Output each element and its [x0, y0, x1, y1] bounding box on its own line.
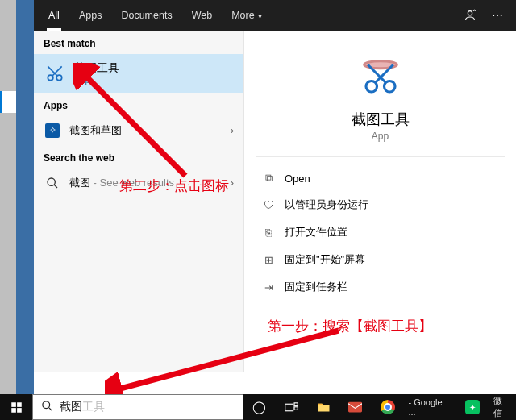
open-icon: ⧉ — [262, 172, 275, 185]
svg-rect-11 — [11, 408, 16, 413]
result-app-title: 截图和草图 — [69, 124, 223, 137]
mail-icon[interactable] — [339, 401, 372, 413]
result-app-snip-sketch[interactable]: ✧ 截图和草图 › — [34, 116, 243, 145]
svg-point-0 — [468, 11, 472, 15]
section-search-web: Search the web — [34, 145, 243, 168]
svg-rect-9 — [11, 402, 16, 407]
tab-apps[interactable]: Apps — [69, 0, 112, 31]
admin-icon: 🛡 — [262, 199, 275, 211]
result-best-title: 截图工具 — [74, 61, 234, 75]
more-options-icon[interactable]: ⋯ — [484, 0, 511, 31]
desktop-sliver — [16, 0, 34, 420]
section-apps: Apps — [34, 93, 243, 116]
detail-pane: 截图工具 App ⧉Open 🛡以管理员身份运行 ⎘打开文件位置 ⊞固定到"开始… — [243, 31, 516, 372]
section-best-match: Best match — [34, 31, 243, 54]
search-tabs: All Apps Documents Web More▾ ⋯ — [34, 0, 516, 31]
chrome-window-title[interactable]: - Google ... — [403, 397, 456, 417]
svg-point-13 — [43, 401, 50, 409]
action-run-admin[interactable]: 🛡以管理员身份运行 — [249, 191, 511, 218]
result-best-subtitle: App — [74, 75, 234, 85]
detail-title: 截图工具 — [352, 110, 410, 129]
wechat-icon[interactable]: ✦ — [456, 400, 489, 414]
svg-rect-12 — [17, 408, 22, 413]
snipping-tool-hero-icon — [356, 53, 405, 102]
explorer-icon[interactable] — [307, 401, 339, 413]
svg-rect-14 — [285, 404, 293, 411]
action-open[interactable]: ⧉Open — [249, 165, 511, 191]
chevron-right-icon: › — [231, 177, 234, 189]
taskbar-search-box[interactable]: 截图工具 — [32, 394, 243, 420]
snipping-tool-icon — [44, 62, 66, 85]
search-icon — [41, 400, 53, 414]
taskbar: 截图工具 ◯ - Google ... ✦ 微信 — [0, 394, 516, 420]
start-button[interactable] — [0, 394, 32, 420]
tab-web[interactable]: Web — [182, 0, 222, 31]
svg-rect-15 — [294, 402, 298, 405]
cortana-icon[interactable]: ◯ — [243, 400, 276, 414]
task-view-icon[interactable] — [276, 402, 308, 413]
pin-start-icon: ⊞ — [262, 254, 275, 266]
web-result-term: 截图 — [69, 177, 90, 189]
svg-rect-17 — [348, 402, 362, 413]
result-best-match[interactable]: 截图工具 App — [34, 54, 243, 93]
svg-rect-16 — [294, 406, 298, 410]
snip-sketch-icon: ✧ — [44, 122, 61, 139]
tab-all[interactable]: All — [39, 0, 69, 31]
wechat-label[interactable]: 微信 — [489, 395, 516, 419]
feedback-icon[interactable] — [456, 0, 484, 31]
tab-documents[interactable]: Documents — [111, 0, 181, 31]
action-pin-start[interactable]: ⊞固定到"开始"屏幕 — [249, 246, 511, 273]
svg-rect-10 — [17, 402, 22, 407]
search-body: Best match 截图工具 App Apps ✧ 截图和草图 › Searc… — [34, 31, 516, 372]
chevron-down-icon: ▾ — [258, 11, 262, 20]
taskbar-search-text: 截图工具 — [60, 400, 105, 414]
search-icon — [44, 174, 61, 192]
chrome-icon[interactable] — [372, 400, 404, 414]
folder-location-icon: ⎘ — [262, 227, 275, 239]
search-panel: All Apps Documents Web More▾ ⋯ Best matc… — [34, 0, 516, 372]
tab-more[interactable]: More▾ — [222, 0, 271, 31]
web-result-suffix: - See web results — [90, 177, 174, 189]
action-open-location[interactable]: ⎘打开文件位置 — [249, 218, 511, 246]
pin-taskbar-icon: ⇥ — [262, 281, 275, 293]
svg-point-3 — [48, 178, 55, 185]
chevron-right-icon: › — [231, 124, 234, 136]
detail-actions: ⧉Open 🛡以管理员身份运行 ⎘打开文件位置 ⊞固定到"开始"屏幕 ⇥固定到任… — [244, 162, 516, 304]
detail-subtitle: App — [372, 131, 389, 142]
detail-hero: 截图工具 App — [256, 31, 505, 157]
result-web-search[interactable]: 截图 - See web results › — [34, 168, 243, 198]
action-pin-taskbar[interactable]: ⇥固定到任务栏 — [249, 273, 511, 301]
results-pane: Best match 截图工具 App Apps ✧ 截图和草图 › Searc… — [34, 31, 243, 372]
window-edge-left — [0, 0, 16, 420]
